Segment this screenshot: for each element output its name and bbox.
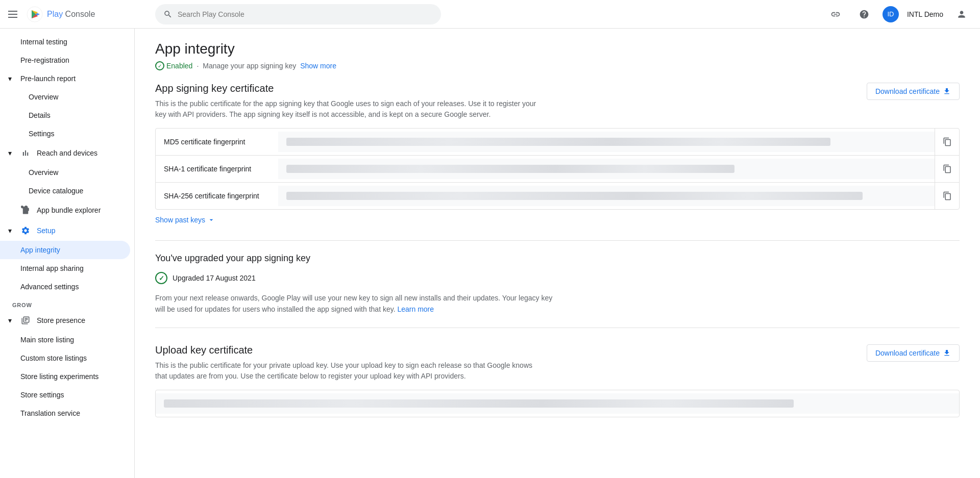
md5-blurred bbox=[286, 138, 830, 146]
brand: Play Console bbox=[27, 6, 95, 22]
user-name: INTL Demo bbox=[907, 10, 943, 18]
sha256-copy-btn[interactable] bbox=[935, 183, 959, 209]
sidebar-item-store-settings[interactable]: Store settings bbox=[0, 386, 134, 404]
upload-section: Upload key certificate This is the publi… bbox=[155, 344, 960, 417]
signing-section: App signing key certificate This is the … bbox=[155, 83, 960, 224]
sidebar-label: Overview bbox=[29, 168, 58, 177]
status-enabled: Enabled bbox=[155, 61, 192, 70]
page-title: App integrity bbox=[155, 41, 960, 57]
menu-icon[interactable] bbox=[8, 8, 20, 20]
gear-icon bbox=[20, 225, 31, 236]
copy-icon bbox=[943, 137, 952, 146]
show-more-link[interactable]: Show more bbox=[300, 62, 336, 70]
sidebar-item-overview[interactable]: Overview bbox=[0, 88, 134, 106]
search-icon bbox=[163, 10, 173, 19]
sha1-copy-btn[interactable] bbox=[935, 156, 959, 182]
show-past-keys-btn[interactable]: Show past keys bbox=[155, 216, 215, 224]
upload-fingerprint-row bbox=[156, 390, 959, 417]
sidebar-label: Setup bbox=[37, 227, 56, 235]
md5-copy-btn[interactable] bbox=[935, 129, 959, 155]
signing-section-desc: This is the public certificate for the a… bbox=[155, 98, 543, 120]
sidebar-label: Pre-registration bbox=[20, 56, 69, 64]
sidebar-item-reach-and-devices[interactable]: ▾ Reach and devices bbox=[0, 143, 134, 163]
sidebar-item-reach-overview[interactable]: Overview bbox=[0, 163, 134, 182]
chevron-down-icon bbox=[207, 216, 215, 224]
divider bbox=[155, 240, 960, 241]
sha256-blurred bbox=[286, 192, 863, 200]
sha1-label: SHA-1 certificate fingerprint bbox=[156, 159, 278, 179]
sidebar-label: App bundle explorer bbox=[37, 206, 101, 214]
download-icon bbox=[943, 87, 951, 95]
sidebar-label: Internal app sharing bbox=[20, 264, 84, 272]
fingerprint-row-md5: MD5 certificate fingerprint bbox=[156, 129, 959, 156]
status-enabled-label: Enabled bbox=[166, 62, 192, 70]
chevron-down-icon: ▾ bbox=[8, 316, 16, 324]
sidebar-item-settings[interactable]: Settings bbox=[0, 124, 134, 143]
sidebar-label: Settings bbox=[29, 130, 55, 138]
sha256-value bbox=[278, 186, 935, 206]
account-icon-btn[interactable] bbox=[951, 4, 972, 24]
sidebar-label: Store settings bbox=[20, 391, 64, 399]
sidebar-item-internal-testing[interactable]: Internal testing bbox=[0, 33, 134, 51]
topbar: Play Console ID INTL Demo bbox=[0, 0, 980, 29]
download-certificate-btn[interactable]: Download certificate bbox=[867, 83, 960, 100]
store-icon bbox=[20, 315, 31, 325]
brand-console: Console bbox=[65, 10, 95, 18]
layout: Internal testing Pre-registration ▾ Pre-… bbox=[0, 29, 980, 478]
upload-section-title: Upload key certificate bbox=[155, 344, 543, 356]
search-input[interactable] bbox=[178, 10, 433, 18]
sidebar-item-custom-store-listings[interactable]: Custom store listings bbox=[0, 349, 134, 367]
sidebar-item-details[interactable]: Details bbox=[0, 106, 134, 124]
sidebar-item-store-presence[interactable]: ▾ Store presence bbox=[0, 310, 134, 331]
sidebar-item-advanced-settings[interactable]: Advanced settings bbox=[0, 278, 134, 296]
sidebar-item-pre-launch-report[interactable]: ▾ Pre-launch report bbox=[0, 69, 134, 88]
sidebar-label: Store listing experiments bbox=[20, 372, 99, 381]
upload-value bbox=[156, 393, 959, 414]
upgraded-desc: From your next release onwards, Google P… bbox=[155, 292, 564, 315]
status-manage: Manage your app signing key bbox=[203, 62, 296, 70]
sidebar-label: Details bbox=[29, 111, 51, 119]
upload-section-desc: This is the public certificate for your … bbox=[155, 360, 543, 382]
sidebar-item-main-store-listing[interactable]: Main store listing bbox=[0, 331, 134, 349]
sidebar-item-pre-registration[interactable]: Pre-registration bbox=[0, 51, 134, 69]
sidebar-label: Store presence bbox=[37, 316, 85, 324]
upload-download-btn-label: Download certificate bbox=[875, 349, 940, 357]
avatar[interactable]: ID bbox=[883, 6, 899, 22]
md5-value bbox=[278, 132, 935, 152]
grow-label: Grow bbox=[0, 296, 134, 310]
upload-download-certificate-btn[interactable]: Download certificate bbox=[867, 344, 960, 362]
learn-more-link[interactable]: Learn more bbox=[397, 305, 434, 313]
status-row: Enabled · Manage your app signing key Sh… bbox=[155, 61, 960, 70]
upgraded-section: You've upgraded your app signing key Upg… bbox=[155, 253, 960, 315]
sidebar-label: Advanced settings bbox=[20, 283, 79, 291]
sidebar-label: Device catalogue bbox=[29, 187, 83, 195]
sidebar-label: Translation service bbox=[20, 409, 80, 417]
sidebar-item-setup[interactable]: ▾ Setup bbox=[0, 220, 134, 241]
topbar-left: Play Console bbox=[8, 6, 143, 22]
link-icon-btn[interactable] bbox=[825, 4, 846, 24]
sidebar-label: Main store listing bbox=[20, 336, 74, 344]
sidebar-item-internal-app-sharing[interactable]: Internal app sharing bbox=[0, 259, 134, 278]
status-separator: · bbox=[197, 62, 199, 70]
bar-chart-icon bbox=[20, 148, 31, 158]
chevron-down-icon: ▾ bbox=[8, 227, 16, 235]
sha256-label: SHA-256 certificate fingerprint bbox=[156, 186, 278, 206]
help-icon-btn[interactable] bbox=[854, 4, 874, 24]
sidebar-item-app-bundle-explorer[interactable]: App bundle explorer bbox=[0, 200, 134, 220]
sidebar-item-device-catalogue[interactable]: Device catalogue bbox=[0, 182, 134, 200]
play-logo-icon bbox=[27, 6, 43, 22]
search-bar[interactable] bbox=[155, 4, 441, 24]
help-icon bbox=[859, 9, 869, 19]
sidebar-label: Overview bbox=[29, 93, 58, 101]
fingerprint-table: MD5 certificate fingerprint SHA-1 certif… bbox=[155, 128, 960, 210]
download-btn-label: Download certificate bbox=[875, 87, 940, 95]
sidebar-item-translation-service[interactable]: Translation service bbox=[0, 404, 134, 422]
upload-header-row: Upload key certificate This is the publi… bbox=[155, 344, 960, 382]
section-header-row: App signing key certificate This is the … bbox=[155, 83, 960, 120]
bundle-icon bbox=[20, 205, 31, 215]
main-content: App integrity Enabled · Manage your app … bbox=[135, 29, 980, 478]
status-enabled-icon bbox=[155, 61, 164, 70]
sidebar-item-store-listing-experiments[interactable]: Store listing experiments bbox=[0, 367, 134, 386]
sidebar-item-app-integrity[interactable]: App integrity bbox=[0, 241, 130, 259]
upgraded-desc-text: From your next release onwards, Google P… bbox=[155, 294, 552, 313]
